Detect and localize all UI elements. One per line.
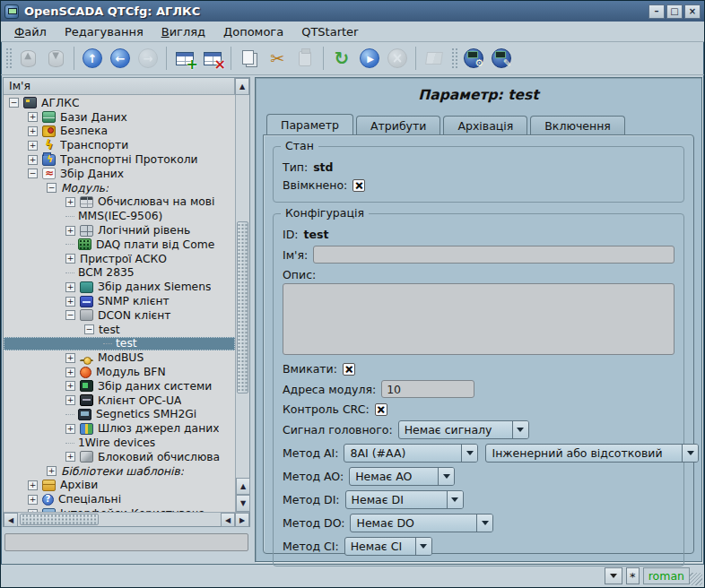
collapse-icon[interactable]: − <box>84 324 94 334</box>
tree-item-special[interactable]: +Спеціальні <box>4 492 235 506</box>
di-method-select[interactable]: Немає DI <box>345 490 464 509</box>
menu-view[interactable]: Вигляд <box>153 23 213 40</box>
expand-icon[interactable]: + <box>65 381 75 391</box>
user-badge[interactable]: roman <box>643 567 690 584</box>
expand-icon[interactable]: + <box>65 424 75 434</box>
collapse-icon[interactable]: − <box>47 183 57 193</box>
tree-item-module[interactable]: −Модуль: <box>4 181 235 195</box>
collapse-icon[interactable]: − <box>28 169 38 178</box>
toolbar-drag-handle[interactable] <box>450 47 457 70</box>
modified-indicator-button[interactable]: * <box>626 567 640 584</box>
menu-help[interactable]: Допомога <box>215 23 292 40</box>
expand-icon[interactable]: + <box>47 466 57 476</box>
qtstarter-configurator-button[interactable] <box>460 45 487 72</box>
status-dropdown-button[interactable] <box>605 567 622 584</box>
tree-item-tmplib[interactable]: +Бібліотеки шаблонів: <box>4 464 235 479</box>
crc-checkbox[interactable] <box>375 403 387 416</box>
tree-item-logiclev[interactable]: +Логічний рівень <box>4 223 235 238</box>
expand-icon[interactable]: + <box>28 495 38 505</box>
hscroll-thumb[interactable] <box>20 514 99 525</box>
expand-icon[interactable]: + <box>65 282 75 292</box>
expand-icon[interactable]: + <box>65 353 75 363</box>
enabled-checkbox[interactable] <box>352 179 365 192</box>
scroll-up2-icon[interactable]: ▲ <box>236 478 250 495</box>
minimize-icon[interactable]: – <box>648 4 665 19</box>
tree-item-test-prm[interactable]: test <box>4 337 235 351</box>
tree-item-databases[interactable]: +Бази Даних <box>4 110 235 125</box>
tree-item-bcm2835[interactable]: BCM 2835 <box>4 266 235 281</box>
expand-icon[interactable]: + <box>65 452 75 462</box>
descr-textarea[interactable] <box>283 283 675 355</box>
expand-icon[interactable]: + <box>28 112 38 122</box>
tab-parameter[interactable]: Параметр <box>266 114 353 134</box>
expand-icon[interactable]: + <box>65 395 75 405</box>
resize-grip[interactable] <box>690 573 702 585</box>
tree-item-aglks[interactable]: −АГЛКС <box>4 96 235 110</box>
maximize-icon[interactable]: □ <box>666 4 683 19</box>
tree-item-dcon[interactable]: −DCON клієнт <box>4 308 235 323</box>
tree-item-javacalc[interactable]: +Обчислювач на мові <box>4 195 235 210</box>
scroll-right-icon[interactable]: ▶ <box>235 513 249 527</box>
close-icon[interactable]: × <box>684 4 701 19</box>
vscroll-thumb[interactable] <box>237 221 248 393</box>
expand-icon[interactable]: + <box>65 254 75 264</box>
scroll-left2-icon[interactable]: ◀ <box>221 513 235 527</box>
collapse-icon[interactable]: − <box>9 98 19 108</box>
expand-icon[interactable]: + <box>65 297 75 307</box>
tree-item-daq[interactable]: −Збір Даних <box>4 167 235 181</box>
tab-inclusion[interactable]: Включення <box>530 116 625 134</box>
ai-method-select[interactable]: 8AI (#AA) <box>344 444 478 463</box>
menu-edit[interactable]: Редагування <box>57 23 152 40</box>
tree-item-transports[interactable]: +Транспорти <box>4 138 235 152</box>
tree-item-protocols[interactable]: +Транспортні Протоколи <box>4 152 235 167</box>
tree-item-test-ctr[interactable]: −test <box>4 323 235 337</box>
qtstarter-vision-button[interactable] <box>488 45 515 72</box>
tree-item-snmp[interactable]: +SNMP клієнт <box>4 294 235 308</box>
tree-item-modbus[interactable]: +ModBUS <box>4 350 235 365</box>
scroll-down-icon[interactable]: ▼ <box>236 495 250 512</box>
tree-item-daqboard[interactable]: DAQ плати від Come <box>4 238 235 252</box>
add-item-button[interactable] <box>171 45 198 72</box>
tree-item-mms[interactable]: MMS(IEC-9506) <box>4 209 235 223</box>
go-back-button[interactable]: ← <box>107 45 134 72</box>
tree-item-bfn[interactable]: +Модуль BFN <box>4 365 235 379</box>
scroll-left-icon[interactable]: ◀ <box>4 513 18 527</box>
expand-icon[interactable]: + <box>28 126 38 136</box>
collapse-icon[interactable]: − <box>65 310 75 320</box>
horizontal-scrollbar[interactable]: ◀ ◀ ▶ <box>4 512 249 526</box>
tree-column-header[interactable]: Ім'я <box>4 78 235 95</box>
toolbar-drag-handle[interactable] <box>4 47 12 70</box>
ao-method-select[interactable]: Немає AO <box>349 467 455 486</box>
menu-qtstarter[interactable]: QTStarter <box>293 23 366 40</box>
title-bar[interactable]: OpenSCADA QTCfg: АГЛКС – □ × <box>1 1 704 22</box>
copy-item-button[interactable] <box>236 45 263 72</box>
expand-icon[interactable]: + <box>28 155 38 165</box>
delete-item-button[interactable] <box>199 45 226 72</box>
scroll-up-icon[interactable]: ▲ <box>235 78 249 95</box>
ai-mode-select[interactable]: Інженерний або відсотковий <box>485 444 699 463</box>
tree-item-gate[interactable]: +Шлюз джерел даних <box>4 421 235 436</box>
start-periodic-update-button[interactable] <box>356 45 383 72</box>
vertical-scrollbar[interactable]: ▲ ▼ <box>235 95 249 512</box>
expand-icon[interactable]: + <box>65 197 75 207</box>
tree-item-asko[interactable]: +Пристрої АСКО <box>4 252 235 266</box>
to-enable-checkbox[interactable] <box>343 363 355 376</box>
expand-icon[interactable]: + <box>28 141 38 151</box>
menu-file[interactable]: Файл <box>6 23 55 40</box>
refresh-button[interactable] <box>328 45 355 72</box>
tree-item-siemens[interactable]: +Збір даних Siemens <box>4 280 235 294</box>
main-signal-select[interactable]: Немає сигналу <box>398 420 529 439</box>
tree-item-archives[interactable]: +Архіви <box>4 479 235 493</box>
tree-item-segnetics[interactable]: Segnetics SMH2Gi <box>4 408 235 422</box>
expand-icon[interactable]: + <box>65 368 75 377</box>
tab-attributes[interactable]: Атрибути <box>356 116 440 134</box>
name-input[interactable] <box>313 246 675 264</box>
expand-icon[interactable]: + <box>28 480 38 490</box>
ci-method-select[interactable]: Немає CI <box>344 537 432 556</box>
go-up-button[interactable]: ↑ <box>79 45 106 72</box>
tree-item-security[interactable]: +Безпека <box>4 125 235 139</box>
tree-item-blockcalc[interactable]: +Блоковий обчислюва <box>4 450 235 464</box>
tab-archiving[interactable]: Архівація <box>443 116 527 134</box>
tree-item-opcua[interactable]: +Клієнт OPC-UA <box>4 393 235 408</box>
module-addr-input[interactable] <box>381 380 474 398</box>
